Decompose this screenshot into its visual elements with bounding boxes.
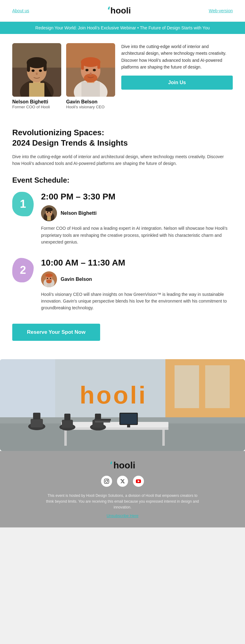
schedule-avatar-2 <box>41 271 57 287</box>
svg-rect-65 <box>120 414 137 424</box>
schedule-bio-2: Hooli's visionary CEO will share insight… <box>41 291 233 311</box>
svg-rect-60 <box>64 414 70 420</box>
svg-point-13 <box>36 73 38 75</box>
webversion-link[interactable]: Web-version <box>209 8 233 13</box>
schedule-item-2: 2 10:00 AM – 11:30 AM Gav <box>12 258 233 311</box>
footer-socials <box>12 476 233 487</box>
svg-rect-47 <box>205 365 230 408</box>
svg-rect-66 <box>127 425 130 427</box>
schedule-bio-1: Former COO of Hooli and now a leading ex… <box>41 225 233 245</box>
announcement-banner: Redesign Your World: Join Hooli's Exclus… <box>0 22 245 34</box>
youtube-icon[interactable] <box>133 476 144 487</box>
svg-rect-57 <box>33 413 40 419</box>
hero-section: Nelson Bighetti Former COO of Hooli <box>0 34 245 118</box>
svg-rect-22 <box>97 62 100 69</box>
schedule-content-2: 10:00 AM – 11:30 AM Gavin Belson <box>41 258 233 311</box>
header: About us ʻhooli Web-version <box>0 0 245 22</box>
svg-rect-53 <box>162 427 165 446</box>
footer-disclaimer: This event is hosted by Hooli Design Sol… <box>46 493 199 511</box>
svg-point-40 <box>47 278 48 279</box>
svg-rect-51 <box>61 422 168 427</box>
svg-rect-69 <box>104 479 109 483</box>
schedule-speaker-row-1: Nelson Bighetti <box>41 205 233 221</box>
hero-description: Dive into the cutting-edge world of inte… <box>121 43 233 71</box>
logo: ʻhooli <box>107 5 131 17</box>
office-image-section: hooli <box>0 359 245 451</box>
svg-point-12 <box>39 69 42 72</box>
svg-rect-17 <box>81 81 100 97</box>
schedule-time-2: 10:00 AM – 11:30 AM <box>41 258 233 268</box>
schedule-badge-2: 2 <box>12 258 34 282</box>
schedule-speaker-name-2: Gavin Belson <box>61 277 92 282</box>
logo-text: hooli <box>111 6 131 16</box>
about-link[interactable]: About us <box>12 8 29 13</box>
speaker-card-2: Gavin Belson Hooli's visionary CEO <box>66 43 115 109</box>
reserve-button[interactable]: Reserve Your Spot Now <box>12 324 100 341</box>
svg-rect-54 <box>61 427 168 430</box>
section-title: Revolutionizing Spaces:2024 Design Trend… <box>12 128 233 148</box>
speaker-1-title: Former COO of Hooli <box>12 105 50 109</box>
svg-point-25 <box>93 69 96 71</box>
svg-rect-3 <box>29 83 44 97</box>
reserve-button-container: Reserve Your Spot Now <box>12 324 233 341</box>
main-content: Revolutionizing Spaces:2024 Design Trend… <box>0 118 245 359</box>
schedule-badge-1: 1 <box>12 192 34 216</box>
speaker-photo-2 <box>66 43 115 97</box>
speaker-1-name: Nelson Bighetti <box>12 99 48 105</box>
svg-rect-68 <box>94 419 111 421</box>
hero-content: Dive into the cutting-edge world of inte… <box>121 43 233 90</box>
svg-point-71 <box>107 479 108 480</box>
banner-text: Redesign Your World: Join Hooli's Exclus… <box>35 25 209 30</box>
svg-rect-21 <box>81 62 84 70</box>
schedule-speaker-row-2: Gavin Belson <box>41 271 233 287</box>
svg-rect-46 <box>175 365 199 408</box>
speaker-2-name: Gavin Belson <box>66 99 97 105</box>
svg-point-32 <box>47 212 48 213</box>
svg-point-24 <box>85 69 89 71</box>
svg-text:hooli: hooli <box>80 382 147 409</box>
office-image: hooli <box>0 359 245 451</box>
schedule-time-1: 2:00 PM – 3:30 PM <box>41 192 233 202</box>
svg-point-31 <box>45 207 53 212</box>
schedule-content-1: 2:00 PM – 3:30 PM Nelson Bighetti Former <box>41 192 233 245</box>
svg-point-41 <box>50 278 51 279</box>
svg-rect-9 <box>27 63 30 72</box>
logo-tick: ʻ <box>107 5 110 17</box>
footer-logo-tick: ʻ <box>110 460 113 471</box>
unsubscribe-link[interactable]: Unsubscribe Here <box>107 513 138 518</box>
join-button[interactable]: Join Us <box>121 76 233 90</box>
schedule-speaker-name-1: Nelson Bighetti <box>61 210 96 216</box>
speaker-2-title: Hooli's visionary CEO <box>66 105 104 109</box>
svg-point-39 <box>46 280 52 283</box>
hero-speakers: Nelson Bighetti Former COO of Hooli <box>12 43 115 109</box>
event-schedule-title: Event Schedule: <box>12 176 233 184</box>
svg-point-11 <box>32 69 35 72</box>
speaker-card-1: Nelson Bighetti Former COO of Hooli <box>12 43 61 109</box>
svg-point-33 <box>50 212 51 213</box>
footer-logo-text: hooli <box>113 460 135 471</box>
instagram-icon[interactable] <box>101 476 112 487</box>
svg-rect-59 <box>62 420 73 428</box>
svg-rect-44 <box>0 359 55 417</box>
speaker-photo-1 <box>12 43 61 97</box>
footer-logo: ʻhooli <box>12 460 233 471</box>
svg-point-70 <box>105 480 108 482</box>
svg-point-38 <box>45 274 53 277</box>
svg-rect-10 <box>43 63 47 71</box>
x-twitter-icon[interactable] <box>117 476 128 487</box>
svg-point-26 <box>90 73 92 75</box>
footer: ʻhooli This event is hosted by Hooli Des… <box>0 451 245 528</box>
section-description: Dive into the cutting-edge world of inte… <box>12 153 233 167</box>
schedule-avatar-1 <box>41 205 57 221</box>
svg-rect-56 <box>31 419 43 427</box>
schedule-item-1: 1 2:00 PM – 3:30 PM Nelson Bighetti <box>12 192 233 245</box>
